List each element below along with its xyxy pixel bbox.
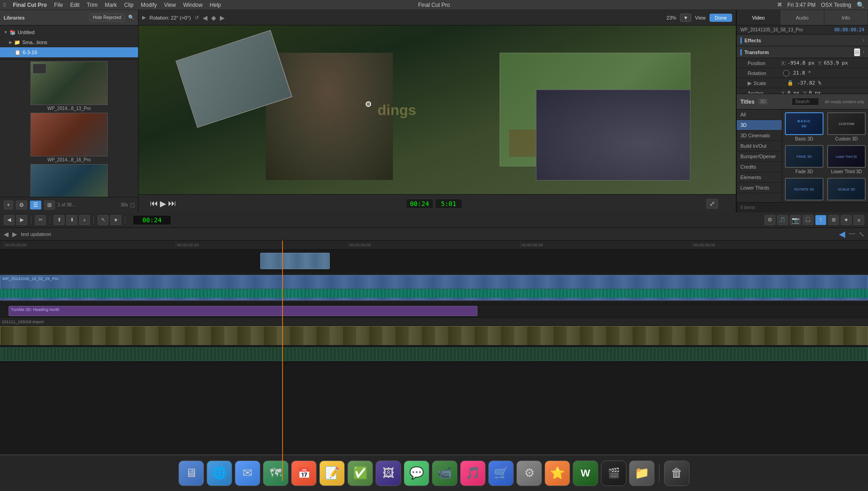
timeline-timecode[interactable]: 00:24 bbox=[133, 215, 171, 225]
category-all[interactable]: All bbox=[737, 110, 782, 120]
menu-file[interactable]: File bbox=[54, 2, 63, 8]
lift-btn[interactable]: ⬆ bbox=[54, 215, 64, 225]
grid-view-btn[interactable]: ⊞ bbox=[44, 200, 55, 210]
category-build-in-out[interactable]: Build In/Out bbox=[737, 141, 782, 151]
list-item[interactable]: WP_2014...8_16_Pro bbox=[2, 113, 136, 162]
tab-video[interactable]: Video bbox=[737, 10, 780, 25]
zoom-dropdown-btn[interactable]: ▼ bbox=[680, 14, 691, 22]
library-item-untitled[interactable]: ▼ 📚 Untitled bbox=[0, 27, 138, 37]
dock-item-messages[interactable]: 💬 bbox=[404, 461, 429, 486]
settings-icon-btn[interactable]: ⚙ bbox=[764, 215, 775, 225]
track-settings-btn[interactable]: ◀ bbox=[839, 229, 845, 239]
transform-options-btn[interactable]: ⊞ bbox=[854, 48, 860, 56]
connected-clip[interactable] bbox=[260, 253, 330, 269]
dock-item-word[interactable]: W bbox=[573, 461, 598, 486]
category-lower-thirds[interactable]: Lower Thirds bbox=[737, 183, 782, 193]
effects-section-header[interactable]: Effects › bbox=[737, 35, 868, 46]
dock-item-finder2[interactable]: 📁 bbox=[629, 461, 655, 486]
done-btn[interactable]: Done bbox=[709, 14, 732, 22]
select-dropdown-btn[interactable]: ▼ bbox=[110, 215, 121, 225]
nav-back-btn[interactable]: ◀ bbox=[4, 230, 9, 238]
video-adjustment-btn[interactable]: 📷 bbox=[790, 215, 801, 225]
event-item-6-3-16[interactable]: 📋 6-3-16 bbox=[0, 47, 138, 57]
dock-item-reeder[interactable]: ⭐ bbox=[545, 461, 570, 486]
tab-audio[interactable]: Audio bbox=[780, 10, 824, 25]
transform-tool-btn[interactable]: ⊞ bbox=[828, 215, 839, 225]
list-item[interactable]: SCALE 3D Scale 3D bbox=[827, 178, 866, 202]
hide-rejected-btn[interactable]: Hide Rejected bbox=[89, 14, 124, 21]
go-to-start-btn[interactable]: ⏮ bbox=[150, 199, 158, 208]
list-item[interactable]: ROTATE 3D Rotate 3D bbox=[785, 178, 823, 202]
settings-btn[interactable]: ⚙ bbox=[16, 200, 27, 210]
transform-section-header[interactable]: Transform ⊞ › bbox=[737, 46, 868, 58]
audio-solo-btn[interactable]: 🎧 bbox=[803, 215, 813, 225]
audio-clip[interactable] bbox=[0, 347, 868, 361]
nav-forward-btn[interactable]: ▶ bbox=[12, 230, 17, 238]
effects-tool-btn[interactable]: ★ bbox=[841, 215, 852, 225]
transform-center-btn[interactable]: ◆ bbox=[211, 14, 216, 21]
expand-btn[interactable]: ⤢ bbox=[706, 199, 718, 209]
menu-modify[interactable]: Modify bbox=[141, 2, 157, 8]
transform-handle[interactable] bbox=[366, 101, 371, 107]
dock-item-appstore[interactable]: 🛒 bbox=[488, 461, 514, 486]
category-credits[interactable]: Credits bbox=[737, 162, 782, 172]
audio-waveform-btn[interactable]: 〰 bbox=[849, 230, 855, 238]
dock-item-calendar[interactable]: 📅 bbox=[291, 461, 317, 486]
category-elements[interactable]: Elements bbox=[737, 172, 782, 183]
folder-item-smartcollections[interactable]: ▶ 📁 Sma...tions bbox=[0, 37, 138, 47]
go-to-end-btn[interactable]: ⏭ bbox=[168, 199, 176, 208]
overwrite-btn[interactable]: ⬇ bbox=[66, 215, 77, 225]
list-item[interactable]: FADE 3D Fade 3D bbox=[785, 145, 823, 174]
dock-item-music[interactable]: 🎵 bbox=[460, 461, 486, 486]
dock-item-finder[interactable]: 🖥 bbox=[179, 461, 204, 486]
search-icon[interactable]: 🔍 bbox=[128, 15, 134, 20]
forward-one-frame-btn[interactable]: ▶ bbox=[16, 215, 27, 225]
dock-item-fcp[interactable]: 🎬 bbox=[601, 461, 626, 486]
list-item[interactable]: CUSTOM Custom 3D bbox=[827, 112, 866, 141]
category-3d[interactable]: 3D bbox=[737, 120, 782, 130]
transform-left-btn[interactable]: ◀ bbox=[203, 14, 208, 21]
list-item[interactable]: Lower Third 30 Lower Third 3D bbox=[827, 145, 866, 174]
list-item[interactable]: BASIC3D Basic 3D bbox=[785, 112, 823, 141]
dock-item-sysprefs[interactable]: ⚙ bbox=[516, 461, 542, 486]
scale-value[interactable]: -37.82 % bbox=[797, 80, 821, 86]
menu-view[interactable]: View bbox=[164, 2, 176, 8]
play-btn[interactable]: ▶ bbox=[160, 199, 166, 209]
add-clip-btn[interactable]: + bbox=[4, 200, 13, 210]
blade-tool-btn[interactable]: ✂ bbox=[35, 215, 46, 225]
zoom-out-btn[interactable]: □ bbox=[131, 201, 134, 209]
list-view-btn[interactable]: ☰ bbox=[30, 200, 41, 210]
search-icon[interactable]: 🔍 bbox=[857, 1, 864, 9]
connect-btn[interactable]: + bbox=[79, 215, 90, 225]
purple-effects-clip[interactable]: Tumble 3D: Heading North bbox=[9, 306, 477, 316]
menu-window[interactable]: Window bbox=[183, 2, 203, 8]
menu-edit[interactable]: Edit bbox=[70, 2, 79, 8]
dock-item-facetime[interactable]: 📹 bbox=[432, 461, 457, 486]
reset-transform-btn[interactable]: ↺ bbox=[194, 15, 199, 21]
menu-mark[interactable]: Mark bbox=[105, 2, 117, 8]
view-label[interactable]: View bbox=[695, 15, 706, 20]
list-item[interactable]: WP_2014...8_13_Pro bbox=[2, 61, 136, 111]
more-tools-btn[interactable]: ≡ bbox=[853, 215, 864, 225]
rotation-value[interactable]: 21.8 ° bbox=[793, 70, 811, 76]
category-bumper-opener[interactable]: Bumper/Opener bbox=[737, 151, 782, 162]
back-one-frame-btn[interactable]: ◀ bbox=[4, 215, 15, 225]
list-item[interactable]: WP_2014...5_40_Pro bbox=[2, 164, 136, 197]
titles-search-input[interactable] bbox=[792, 98, 819, 105]
text-tool-btn[interactable]: T bbox=[815, 215, 826, 225]
zoom-fit-btn[interactable]: ⤡ bbox=[859, 230, 864, 238]
dock-item-safari[interactable]: 🌐 bbox=[207, 461, 232, 486]
dock-item-photos[interactable]: 🖼 bbox=[376, 461, 401, 486]
dock-item-maps[interactable]: 🗺 bbox=[263, 461, 288, 486]
category-3d-cinematic[interactable]: 3D Cinematic bbox=[737, 130, 782, 141]
tab-info[interactable]: Info bbox=[824, 10, 868, 25]
rotation-dial[interactable] bbox=[783, 70, 789, 76]
dock-item-notes[interactable]: 📝 bbox=[319, 461, 345, 486]
apple-menu[interactable]:  bbox=[4, 2, 5, 8]
select-tool-btn[interactable]: ↖ bbox=[98, 215, 109, 225]
menu-app-name[interactable]: Final Cut Pro bbox=[13, 2, 47, 8]
scale-expand-btn[interactable]: ▶ bbox=[748, 80, 752, 86]
menu-trim[interactable]: Trim bbox=[87, 2, 98, 8]
transform-right-btn[interactable]: ▶ bbox=[220, 14, 225, 21]
menu-help[interactable]: Help bbox=[210, 2, 221, 8]
